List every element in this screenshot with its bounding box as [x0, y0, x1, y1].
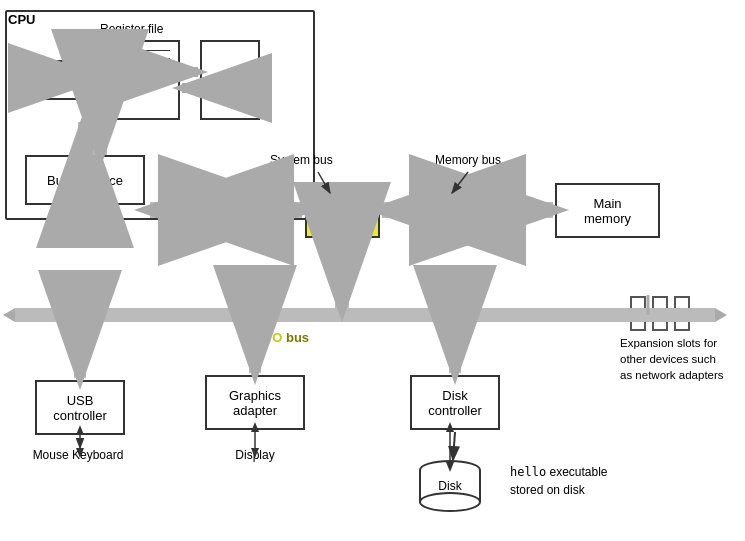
mouse-keyboard-label: Mouse Keyboard	[28, 448, 128, 462]
disk-shape: Disk	[415, 460, 485, 515]
expansion-slot-1	[630, 296, 646, 331]
svg-point-4	[420, 493, 480, 511]
memory-bus-label: Memory bus	[435, 153, 501, 167]
svg-line-37	[452, 172, 468, 193]
bus-interface-box: Bus interface	[25, 155, 145, 205]
svg-line-25	[453, 432, 455, 460]
disk-controller-box: Disk controller	[410, 375, 500, 430]
register-file-box	[100, 40, 180, 120]
register-file-label: Register file	[100, 22, 163, 36]
expansion-slots-label: Expansion slots for other devices such a…	[620, 335, 740, 383]
io-bridge-box: I/O bridge	[305, 183, 380, 238]
graphics-adapter-box: Graphics adapter	[205, 375, 305, 430]
io-bus-label: I/O bus	[265, 330, 309, 345]
system-bus-label: System bus	[270, 153, 333, 167]
svg-marker-14	[715, 308, 727, 322]
register-lines	[110, 50, 170, 82]
alu-box: ALU	[200, 40, 260, 120]
display-label: Display	[225, 448, 285, 462]
main-memory-box: Main memory	[555, 183, 660, 238]
expansion-slot-2	[652, 296, 668, 331]
hello-executable-label: hello executablestored on disk	[510, 463, 608, 499]
expansion-slots	[630, 296, 690, 331]
svg-text:Disk: Disk	[438, 479, 462, 493]
cpu-label: CPU	[8, 12, 35, 27]
expansion-slot-3	[674, 296, 690, 331]
usb-controller-box: USB controller	[35, 380, 125, 435]
pc-box: PC	[25, 60, 85, 100]
svg-marker-13	[3, 308, 15, 322]
diagram: CPU Register file PC ALU Bus interface I…	[0, 0, 745, 541]
